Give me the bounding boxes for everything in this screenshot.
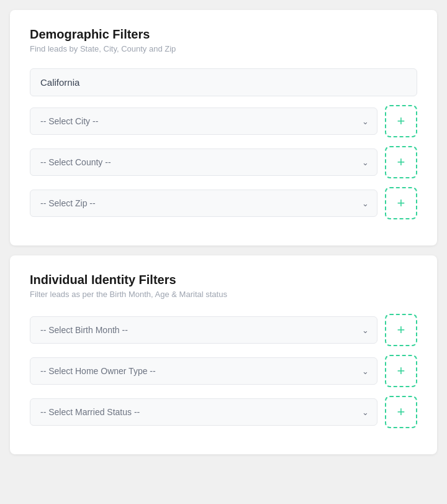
home-owner-select-wrapper: -- Select Home Owner Type -- ⌄ xyxy=(30,357,377,385)
demographic-title: Demographic Filters xyxy=(30,27,417,42)
zip-filter-row: -- Select Zip -- ⌄ + xyxy=(30,187,417,219)
home-owner-filter-row: -- Select Home Owner Type -- ⌄ + xyxy=(30,355,417,387)
identity-title: Individual Identity Filters xyxy=(30,273,417,287)
county-select[interactable]: -- Select County -- xyxy=(30,149,377,176)
county-select-wrapper: -- Select County -- ⌄ xyxy=(30,149,377,176)
county-add-button[interactable]: + xyxy=(385,146,417,178)
home-owner-plus-icon: + xyxy=(397,363,405,379)
married-status-plus-icon: + xyxy=(397,404,405,420)
married-status-select-wrapper: -- Select Married Status -- ⌄ xyxy=(30,398,377,426)
county-filter-row: -- Select County -- ⌄ + xyxy=(30,146,417,178)
city-select[interactable]: -- Select City -- xyxy=(30,108,377,135)
state-row: California xyxy=(30,68,417,96)
state-select[interactable]: California xyxy=(30,68,417,96)
city-select-wrapper: -- Select City -- ⌄ xyxy=(30,108,377,135)
city-filter-row: -- Select City -- ⌄ + xyxy=(30,105,417,137)
birth-month-select-wrapper: -- Select Birth Month -- ⌄ xyxy=(30,316,377,344)
demographic-card: Demographic Filters Find leads by State,… xyxy=(10,10,437,245)
birth-month-add-button[interactable]: + xyxy=(385,314,417,346)
page-container: Demographic Filters Find leads by State,… xyxy=(10,10,437,454)
home-owner-add-button[interactable]: + xyxy=(385,355,417,387)
county-plus-icon: + xyxy=(397,154,405,170)
married-status-filter-row: -- Select Married Status -- ⌄ + xyxy=(30,396,417,428)
home-owner-select[interactable]: -- Select Home Owner Type -- xyxy=(30,357,377,385)
identity-card: Individual Identity Filters Filter leads… xyxy=(10,255,437,454)
state-select-wrapper: California xyxy=(30,68,417,96)
zip-add-button[interactable]: + xyxy=(385,187,417,219)
city-plus-icon: + xyxy=(397,113,405,129)
zip-select[interactable]: -- Select Zip -- xyxy=(30,190,377,217)
married-status-add-button[interactable]: + xyxy=(385,396,417,428)
birth-month-select[interactable]: -- Select Birth Month -- xyxy=(30,316,377,344)
demographic-subtitle: Find leads by State, City, County and Zi… xyxy=(30,44,417,53)
city-add-button[interactable]: + xyxy=(385,105,417,137)
birth-month-plus-icon: + xyxy=(397,322,405,338)
birth-month-filter-row: -- Select Birth Month -- ⌄ + xyxy=(30,314,417,346)
identity-subtitle: Filter leads as per the Birth Month, Age… xyxy=(30,290,417,299)
zip-plus-icon: + xyxy=(397,195,405,211)
married-status-select[interactable]: -- Select Married Status -- xyxy=(30,398,377,426)
zip-select-wrapper: -- Select Zip -- ⌄ xyxy=(30,190,377,217)
